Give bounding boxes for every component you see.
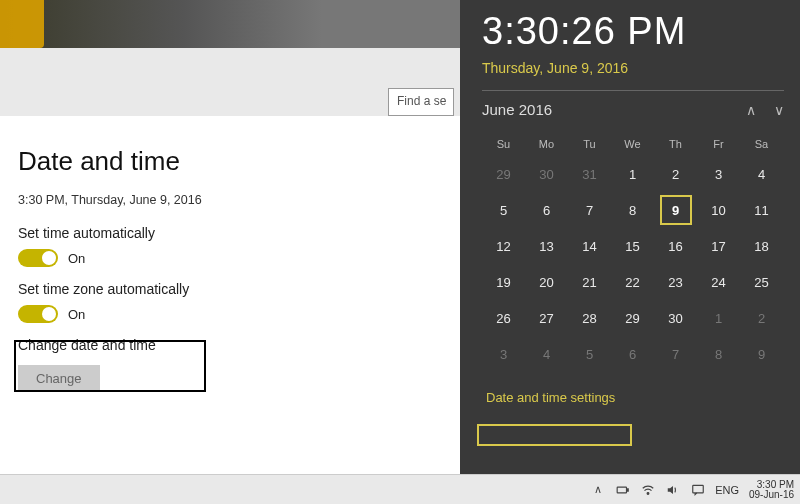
page-title: Date and time xyxy=(18,146,442,177)
volume-icon[interactable] xyxy=(665,482,680,497)
calendar-day[interactable]: 13 xyxy=(525,228,568,264)
calendar-day[interactable]: 10 xyxy=(697,192,740,228)
desktop-wallpaper-strip xyxy=(0,0,460,48)
calendar-day[interactable]: 15 xyxy=(611,228,654,264)
calendar-day[interactable]: 30 xyxy=(525,156,568,192)
calendar-day[interactable]: 23 xyxy=(654,264,697,300)
svg-rect-3 xyxy=(692,485,703,493)
calendar-day[interactable]: 6 xyxy=(525,192,568,228)
calendar-grid: SuMoTuWeThFrSa29303112345678910111213141… xyxy=(482,132,784,372)
calendar-day[interactable]: 29 xyxy=(611,300,654,336)
calendar-day[interactable]: 21 xyxy=(568,264,611,300)
calendar-dow-header: Fr xyxy=(697,132,740,156)
calendar-day[interactable]: 11 xyxy=(740,192,783,228)
set-time-auto-toggle[interactable] xyxy=(18,249,58,267)
set-zone-auto-toggle[interactable] xyxy=(18,305,58,323)
set-zone-auto-label: Set time zone automatically xyxy=(18,281,442,297)
taskbar-clock[interactable]: 3:30 PM 09-Jun-16 xyxy=(749,480,794,500)
calendar-day[interactable]: 7 xyxy=(654,336,697,372)
clock-calendar-flyout: 3:30:26 PM Thursday, June 9, 2016 June 2… xyxy=(460,0,800,474)
calendar-day[interactable]: 12 xyxy=(482,228,525,264)
calendar-day[interactable]: 4 xyxy=(740,156,783,192)
change-datetime-block: Change date and time Change xyxy=(18,337,442,392)
set-zone-auto-state: On xyxy=(68,307,85,322)
calendar-day[interactable]: 17 xyxy=(697,228,740,264)
battery-icon[interactable] xyxy=(615,482,630,497)
calendar-dow-header: Th xyxy=(654,132,697,156)
svg-rect-1 xyxy=(627,488,628,490)
date-time-settings-link[interactable]: Date and time settings xyxy=(482,388,619,407)
calendar-day[interactable]: 25 xyxy=(740,264,783,300)
calendar-day[interactable]: 19 xyxy=(482,264,525,300)
change-button[interactable]: Change xyxy=(18,365,100,392)
calendar-prev-icon[interactable]: ∧ xyxy=(746,102,756,118)
set-time-auto-state: On xyxy=(68,251,85,266)
svg-point-2 xyxy=(647,492,649,494)
wifi-icon[interactable] xyxy=(640,482,655,497)
calendar-day[interactable]: 8 xyxy=(697,336,740,372)
calendar-day[interactable]: 3 xyxy=(482,336,525,372)
taskbar-clock-time: 3:30 PM xyxy=(749,480,794,490)
action-center-icon[interactable] xyxy=(690,482,705,497)
calendar-day[interactable]: 24 xyxy=(697,264,740,300)
calendar-day[interactable]: 16 xyxy=(654,228,697,264)
set-time-auto-block: Set time automatically On xyxy=(18,225,442,267)
calendar-day[interactable]: 27 xyxy=(525,300,568,336)
calendar-day[interactable]: 22 xyxy=(611,264,654,300)
calendar-dow-header: We xyxy=(611,132,654,156)
calendar-day[interactable]: 9 xyxy=(740,336,783,372)
set-time-auto-label: Set time automatically xyxy=(18,225,442,241)
calendar-day[interactable]: 28 xyxy=(568,300,611,336)
calendar-day[interactable]: 5 xyxy=(568,336,611,372)
settings-page: Date and time 3:30 PM, Thursday, June 9,… xyxy=(0,116,460,474)
tray-chevron-icon[interactable]: ∧ xyxy=(590,482,605,497)
calendar-day[interactable]: 31 xyxy=(568,156,611,192)
settings-search-input[interactable]: Find a se xyxy=(388,88,454,116)
svg-rect-0 xyxy=(617,487,626,493)
calendar-day[interactable]: 20 xyxy=(525,264,568,300)
calendar-day-today[interactable]: 9 xyxy=(654,192,697,228)
taskbar-clock-date: 09-Jun-16 xyxy=(749,490,794,500)
language-indicator[interactable]: ENG xyxy=(715,484,739,496)
calendar-dow-header: Tu xyxy=(568,132,611,156)
calendar-day[interactable]: 26 xyxy=(482,300,525,336)
calendar-day[interactable]: 8 xyxy=(611,192,654,228)
calendar-day[interactable]: 1 xyxy=(611,156,654,192)
calendar-dow-header: Mo xyxy=(525,132,568,156)
flyout-date: Thursday, June 9, 2016 xyxy=(482,60,784,76)
calendar-day[interactable]: 1 xyxy=(697,300,740,336)
taskbar: ∧ ENG 3:30 PM 09-Jun-16 xyxy=(0,474,800,504)
calendar-day[interactable]: 6 xyxy=(611,336,654,372)
calendar-day[interactable]: 18 xyxy=(740,228,783,264)
calendar-day[interactable]: 2 xyxy=(654,156,697,192)
calendar-day[interactable]: 7 xyxy=(568,192,611,228)
divider xyxy=(482,90,784,91)
flyout-time: 3:30:26 PM xyxy=(482,12,784,50)
set-zone-auto-block: Set time zone automatically On xyxy=(18,281,442,323)
calendar-dow-header: Su xyxy=(482,132,525,156)
current-datetime-label: 3:30 PM, Thursday, June 9, 2016 xyxy=(18,193,442,207)
calendar-day[interactable]: 30 xyxy=(654,300,697,336)
calendar-day[interactable]: 5 xyxy=(482,192,525,228)
calendar-day[interactable]: 3 xyxy=(697,156,740,192)
calendar-day[interactable]: 14 xyxy=(568,228,611,264)
calendar-day[interactable]: 29 xyxy=(482,156,525,192)
change-datetime-label: Change date and time xyxy=(18,337,442,353)
calendar-day[interactable]: 2 xyxy=(740,300,783,336)
calendar-day[interactable]: 4 xyxy=(525,336,568,372)
calendar-dow-header: Sa xyxy=(740,132,783,156)
calendar-next-icon[interactable]: ∨ xyxy=(774,102,784,118)
calendar-month-label[interactable]: June 2016 xyxy=(482,101,552,118)
